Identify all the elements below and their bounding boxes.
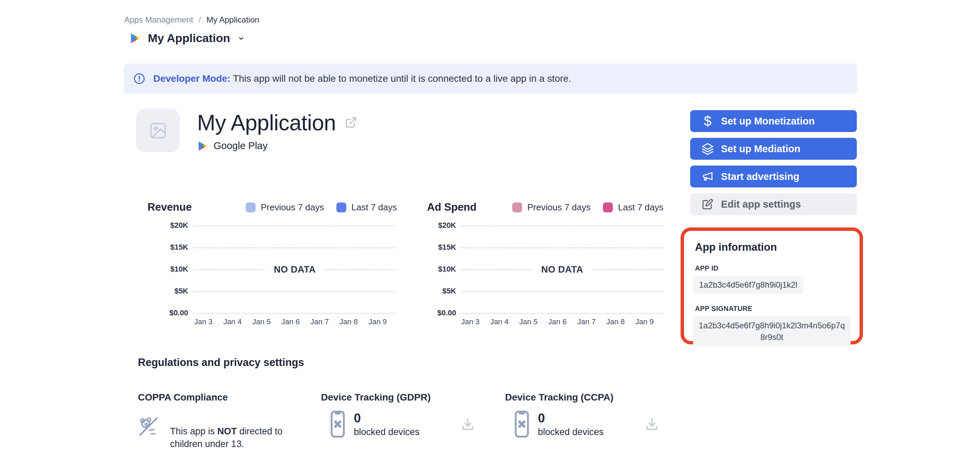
page-title: My Application: [148, 32, 230, 45]
app-name-heading: My Application: [197, 110, 336, 135]
image-placeholder-icon: [148, 121, 168, 141]
x-axis-tick: Jan 9: [630, 318, 659, 326]
set-up-mediation-button[interactable]: Set up Mediation: [690, 138, 857, 160]
legend-swatch: [246, 202, 256, 213]
gridline: [461, 313, 663, 314]
breadcrumb-current: My Application: [206, 15, 259, 25]
no-children-bear-icon: [138, 416, 159, 437]
gridline: [193, 247, 396, 248]
app-information-title: App information: [695, 241, 851, 253]
x-axis-tick: Jan 6: [543, 318, 572, 326]
x-axis-tick: Jan 9: [363, 318, 392, 326]
coppa-text-before: This app is: [170, 426, 217, 437]
app-signature-value: 1a2b3c4d5e6f7g8h9i0j1k2l3m4n5o6p7q8r9s0t: [693, 316, 851, 346]
gdpr-stats: 0 blocked devices: [354, 411, 420, 437]
no-data-label: NO DATA: [533, 264, 592, 275]
banner-text: Developer Mode: This app will not be abl…: [153, 73, 571, 84]
x-axis-tick: Jan 4: [218, 318, 247, 326]
layers-icon: [701, 143, 714, 155]
set-up-monetization-button[interactable]: $ Set up Monetization: [690, 110, 857, 132]
x-axis-tick: Jan 4: [485, 318, 514, 326]
gridline: [193, 291, 396, 292]
action-buttons: $ Set up Monetization Set up Mediation S…: [690, 110, 857, 215]
app-overview-page: Apps Management / My Application My Appl…: [0, 0, 980, 459]
gdpr-download-icon[interactable]: [460, 416, 476, 432]
legend-label: Last 7 days: [352, 202, 397, 213]
app-icon-placeholder: [136, 109, 180, 152]
breadcrumb-separator: /: [199, 15, 201, 25]
y-axis-tick: $0.00: [148, 308, 188, 318]
ccpa-title: Device Tracking (CCPA): [505, 392, 662, 403]
y-axis-tick: $0.00: [427, 308, 456, 318]
legend-item: Previous 7 days: [246, 202, 324, 213]
gridline: NO DATA: [461, 269, 663, 270]
regulations-section-title: Regulations and privacy settings: [138, 356, 304, 369]
chart-legend: Previous 7 days Last 7 days: [512, 202, 663, 213]
x-axis-ticks: Jan 3 Jan 4 Jan 5 Jan 6 Jan 7 Jan 8 Jan …: [456, 318, 659, 326]
button-label: Start advertising: [721, 171, 799, 182]
legend-label: Last 7 days: [618, 202, 663, 213]
x-axis-tick: Jan 6: [276, 318, 305, 326]
gridline: [193, 226, 396, 226]
start-advertising-button[interactable]: Start advertising: [690, 165, 857, 187]
legend-swatch: [603, 202, 613, 213]
coppa-compliance-card: COPPA Compliance This app is NOT directe…: [138, 392, 311, 459]
device-tracking-gdpr-card: Device Tracking (GDPR) 0 blocked devices: [321, 392, 478, 438]
x-axis-tick: Jan 5: [514, 318, 543, 326]
gdpr-blocked-label: blocked devices: [354, 427, 420, 437]
banner-message: This app will not be able to monetize un…: [231, 73, 571, 84]
gdpr-title: Device Tracking (GDPR): [321, 392, 478, 403]
x-axis-tick: Jan 3: [456, 318, 485, 326]
google-play-icon: [198, 141, 208, 151]
x-axis-tick: Jan 3: [189, 318, 218, 326]
dollar-icon: $: [701, 114, 714, 127]
x-axis-tick: Jan 5: [247, 318, 276, 326]
google-play-icon: [130, 32, 141, 44]
app-information-panel: App information APP ID 1a2b3c4d5e6f7g8h9…: [681, 227, 863, 345]
coppa-text: This app is NOT directed to children und…: [170, 425, 288, 451]
megaphone-icon: [701, 170, 714, 183]
external-link-icon[interactable]: [345, 116, 357, 129]
ad-spend-chart: Ad Spend Previous 7 days Last 7 days $20…: [427, 201, 663, 331]
y-axis-tick: $5K: [427, 287, 456, 295]
x-axis-tick: Jan 7: [305, 318, 334, 326]
gridline: [461, 247, 663, 248]
legend-item: Last 7 days: [603, 202, 663, 213]
ccpa-row: 0 blocked devices: [505, 410, 662, 438]
ccpa-download-icon[interactable]: [644, 416, 660, 432]
x-axis-tick: Jan 8: [334, 318, 363, 326]
chart-title: Revenue: [148, 201, 192, 213]
y-axis-tick: $10K: [148, 265, 188, 274]
no-data-label: NO DATA: [265, 264, 325, 275]
legend-swatch: [336, 202, 346, 213]
breadcrumb-link-apps-management[interactable]: Apps Management: [124, 15, 193, 25]
app-switcher-chevron-down-icon[interactable]: [237, 34, 245, 43]
developer-mode-banner: Developer Mode: This app will not be abl…: [124, 64, 857, 94]
gdpr-blocked-count: 0: [354, 411, 420, 426]
blocked-phone-icon: [515, 410, 529, 438]
edit-icon: [701, 198, 714, 210]
coppa-text-bold: NOT: [217, 426, 237, 437]
ccpa-blocked-label: blocked devices: [538, 427, 604, 437]
gridline: [461, 291, 663, 292]
gdpr-row: 0 blocked devices: [321, 410, 478, 438]
button-label: Set up Monetization: [721, 116, 815, 127]
button-label: Set up Mediation: [721, 143, 800, 155]
chart-legend: Previous 7 days Last 7 days: [246, 202, 397, 213]
coppa-title: COPPA Compliance: [138, 392, 311, 403]
gridline: [193, 313, 396, 314]
revenue-chart: Revenue Previous 7 days Last 7 days $20K…: [148, 201, 397, 331]
legend-swatch: [512, 202, 522, 213]
y-axis-tick: $20K: [148, 221, 188, 230]
device-tracking-ccpa-card: Device Tracking (CCPA) 0 blocked devices: [505, 392, 662, 438]
chart-title: Ad Spend: [427, 201, 477, 213]
breadcrumb: Apps Management / My Application: [124, 15, 259, 25]
blocked-phone-icon: [331, 410, 345, 438]
y-axis-tick: $10K: [427, 265, 456, 274]
button-label: Edit app settings: [721, 199, 801, 210]
banner-label: Developer Mode:: [153, 73, 231, 84]
edit-app-settings-button[interactable]: Edit app settings: [690, 193, 857, 215]
app-signature-label: APP SIGNATURE: [695, 305, 851, 313]
ccpa-blocked-count: 0: [538, 411, 604, 426]
y-axis-tick: $15K: [148, 243, 188, 252]
